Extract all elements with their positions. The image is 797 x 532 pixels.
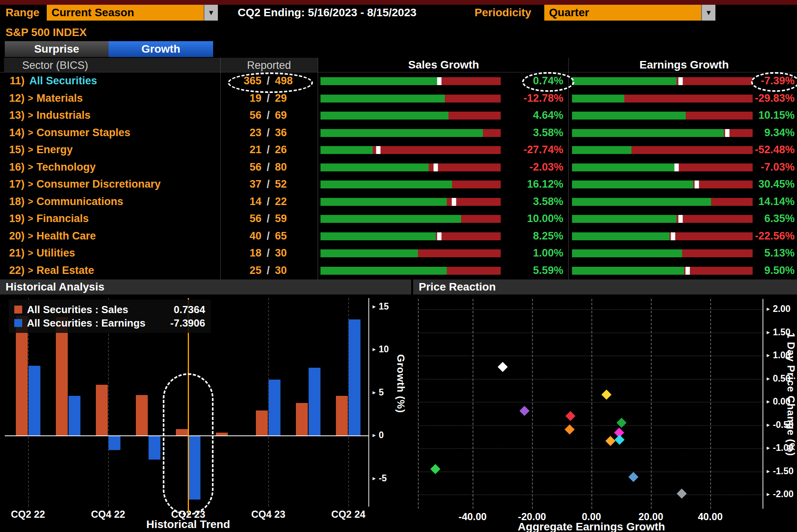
legend-swatch-earnings xyxy=(14,319,22,327)
expand-chevron-icon: > xyxy=(25,231,36,241)
sector-cell[interactable]: 16)>Technology xyxy=(6,159,219,176)
table-row[interactable]: 20)>Health Care40/658.25%-22.56% xyxy=(0,228,797,245)
sector-cell[interactable]: 19)>Financials xyxy=(6,210,219,228)
tick-label: 10 xyxy=(379,344,389,355)
hist-sales-bar xyxy=(96,385,108,435)
tick-label: 0.00 xyxy=(773,396,791,407)
bar-red-segment xyxy=(452,180,501,188)
table-row[interactable]: 18)>Communications14/223.58%14.14% xyxy=(0,193,797,211)
table-row[interactable]: 14)>Consumer Staples23/363.58%9.34% xyxy=(0,124,797,142)
sector-cell[interactable]: 14)>Consumer Staples xyxy=(6,124,219,142)
range-dropdown[interactable]: Current Season ▼ xyxy=(47,5,218,21)
reported-count: 56 xyxy=(238,161,261,173)
tab-growth[interactable]: Growth xyxy=(109,41,213,57)
tick-arrow-icon: ► xyxy=(766,399,771,405)
table-row[interactable]: 15)>Energy21/26-27.74%-52.48% xyxy=(0,141,797,159)
reported-cell: 56/59 xyxy=(221,210,317,228)
bar-green-segment xyxy=(572,180,693,188)
section-header-price-reaction: Price Reaction xyxy=(413,279,797,294)
tick-label: -2.00 xyxy=(773,489,793,500)
bar-green-segment xyxy=(572,129,724,137)
tab-surprise[interactable]: Surprise xyxy=(5,41,109,57)
reported-slash: / xyxy=(261,264,275,277)
sector-cell[interactable]: 22)>Real Estate xyxy=(6,262,219,279)
legend-row-earnings: All Securities : Earnings -7.3906 xyxy=(14,316,205,330)
y-tick: ►-1.00 xyxy=(766,443,793,453)
earnings-growth-bar xyxy=(572,163,753,171)
sales-growth-bar xyxy=(320,267,501,275)
sales-growth-bar xyxy=(320,146,501,154)
earnings-growth-value: -29.83% xyxy=(739,90,795,107)
period-ending-text: CQ2 Ending: 5/16/2023 - 8/15/2023 xyxy=(238,6,416,19)
bar-marker xyxy=(434,163,438,171)
sector-cell[interactable]: 13)>Industrials xyxy=(6,107,219,124)
terminal-header-strip xyxy=(0,0,797,5)
header-earnings-growth: Earnings Growth xyxy=(625,59,744,71)
bar-green-segment xyxy=(320,198,447,206)
sector-cell[interactable]: 11)All Securities xyxy=(6,72,219,90)
gridline xyxy=(418,332,763,333)
table-row[interactable]: 17)>Consumer Discretionary37/5216.12%30.… xyxy=(0,176,797,193)
table-row[interactable]: 16)>Technology56/80-2.03%-7.03% xyxy=(0,159,797,176)
sector-cell[interactable]: 20)>Health Care xyxy=(6,228,219,245)
sector-cell[interactable]: 21)>Utilities xyxy=(6,245,219,262)
table-row[interactable]: 21)>Utilities18/301.00%5.13% xyxy=(0,245,797,262)
y-tick: ►-1.50 xyxy=(766,466,793,477)
dropdown-arrow-icon[interactable]: ▼ xyxy=(701,5,715,21)
dropdown-arrow-icon[interactable]: ▼ xyxy=(204,5,218,21)
x-tick-label: CQ2 24 xyxy=(331,509,365,520)
table-row[interactable]: 11)All Securities365/4980.74%-7.39% xyxy=(0,72,797,90)
annotation-ellipse-sales-value xyxy=(522,72,574,92)
reported-total: 29 xyxy=(275,92,299,104)
table-row[interactable]: 22)>Real Estate25/305.59%9.50% xyxy=(0,262,797,279)
y-tick: ►10 xyxy=(372,344,389,355)
sector-cell[interactable]: 15)>Energy xyxy=(6,141,219,159)
reported-total: 80 xyxy=(275,161,299,173)
legend-swatch-sales xyxy=(14,306,22,314)
hist-y-axis-title: Growth (%) xyxy=(395,354,407,413)
scatter-point-energy xyxy=(431,464,440,474)
bar-marker xyxy=(671,232,675,240)
reported-slash: / xyxy=(261,230,275,242)
reported-count: 56 xyxy=(238,109,261,122)
bar-green-segment xyxy=(320,77,441,85)
sector-cell[interactable]: 18)>Communications xyxy=(6,193,219,211)
periodicity-dropdown[interactable]: Quarter ▼ xyxy=(544,5,715,21)
bar-green-segment xyxy=(572,146,631,154)
bar-red-segment xyxy=(373,146,501,154)
reported-count: 14 xyxy=(238,196,261,208)
x-tick-label: CQ4 23 xyxy=(251,509,285,520)
sector-name: Communications xyxy=(36,196,123,208)
bar-green-segment xyxy=(572,232,669,240)
table-row[interactable]: 13)>Industrials56/694.64%10.15% xyxy=(0,107,797,124)
header-reported[interactable]: Reported xyxy=(221,59,317,72)
row-number: 17) xyxy=(6,178,25,190)
expand-chevron-icon: > xyxy=(25,93,36,104)
y-tick: ►0.50 xyxy=(766,373,791,384)
scatter-point-consumer-discretionary xyxy=(677,488,687,498)
reported-total: 36 xyxy=(275,127,299,139)
gridline xyxy=(418,299,419,509)
gridline xyxy=(418,309,763,310)
bar-marker xyxy=(678,215,683,223)
table-row[interactable]: 12)>Materials19/29-12.78%-29.83% xyxy=(0,90,797,107)
bar-red-segment xyxy=(445,95,501,103)
table-row[interactable]: 19)>Financials56/5910.00%6.35% xyxy=(0,210,797,228)
hist-sales-bar xyxy=(16,316,28,435)
earnings-growth-value: 30.45% xyxy=(739,176,795,193)
bar-green-segment xyxy=(572,112,686,120)
bar-red-segment xyxy=(448,112,501,120)
scatter-point-communications xyxy=(628,472,638,482)
sales-growth-value: 1.00% xyxy=(501,245,563,262)
gridline xyxy=(418,402,763,403)
sector-cell[interactable]: 17)>Consumer Discretionary xyxy=(6,176,219,193)
x-tick-label: 0.00 xyxy=(582,511,601,522)
sector-name: Utilities xyxy=(36,247,75,259)
sector-cell[interactable]: 12)>Materials xyxy=(6,90,219,107)
gridline xyxy=(532,299,533,509)
header-sector[interactable]: Sector (BICS) xyxy=(22,59,88,72)
gridline xyxy=(651,299,652,509)
y-axis-line xyxy=(763,299,763,509)
row-number: 15) xyxy=(6,144,25,156)
bar-green-segment xyxy=(320,146,373,154)
